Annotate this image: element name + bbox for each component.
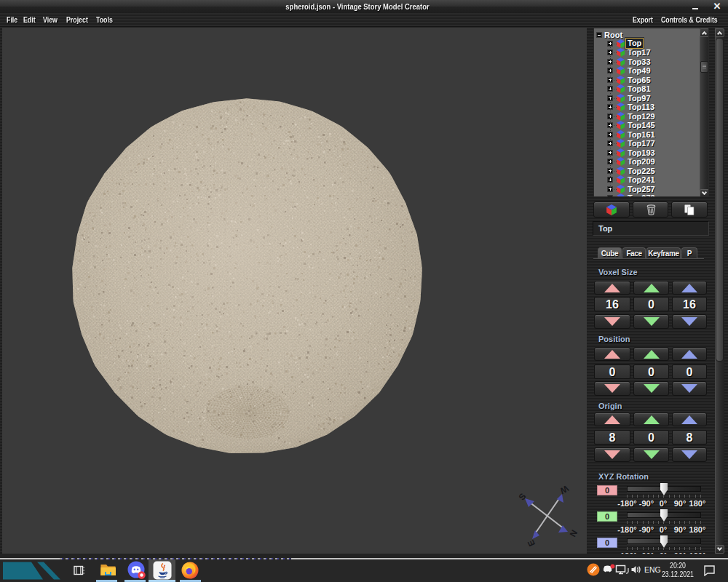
svg-text:W: W [558,483,570,496]
svg-text:N: N [568,528,579,539]
svg-text:E: E [526,538,537,548]
